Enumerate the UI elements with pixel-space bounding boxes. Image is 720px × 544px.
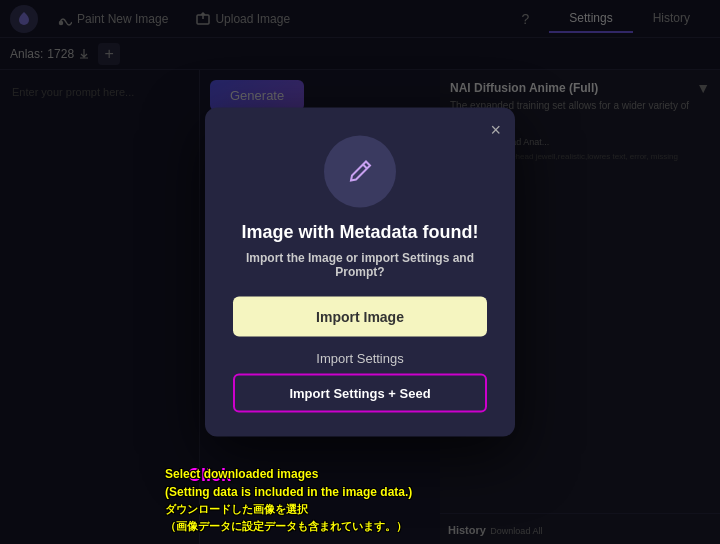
import-image-button[interactable]: Import Image bbox=[233, 297, 487, 337]
modal-title: Image with Metadata found! bbox=[233, 222, 487, 243]
modal-subtitle: Import the Image or import Settings and … bbox=[233, 251, 487, 279]
annotation-text-ja-line2: （画像データに設定データも含まれています。） bbox=[165, 518, 412, 535]
pencil-icon bbox=[342, 154, 378, 190]
import-settings-label: Import Settings bbox=[233, 351, 487, 366]
annotation-text-en-line1: Select downloaded images bbox=[165, 465, 412, 483]
modal-dialog: × Image with Metadata found! Import the … bbox=[205, 108, 515, 437]
annotation-bottom: Select downloaded images (Setting data i… bbox=[165, 465, 412, 534]
annotation-text-en-line2: (Setting data is included in the image d… bbox=[165, 483, 412, 501]
import-settings-seed-button[interactable]: Import Settings + Seed bbox=[233, 374, 487, 413]
modal-icon-area bbox=[233, 136, 487, 208]
modal-close-button[interactable]: × bbox=[490, 120, 501, 141]
annotation-text-ja-line1: ダウンロードした画像を選択 bbox=[165, 501, 412, 518]
modal-icon-circle bbox=[324, 136, 396, 208]
